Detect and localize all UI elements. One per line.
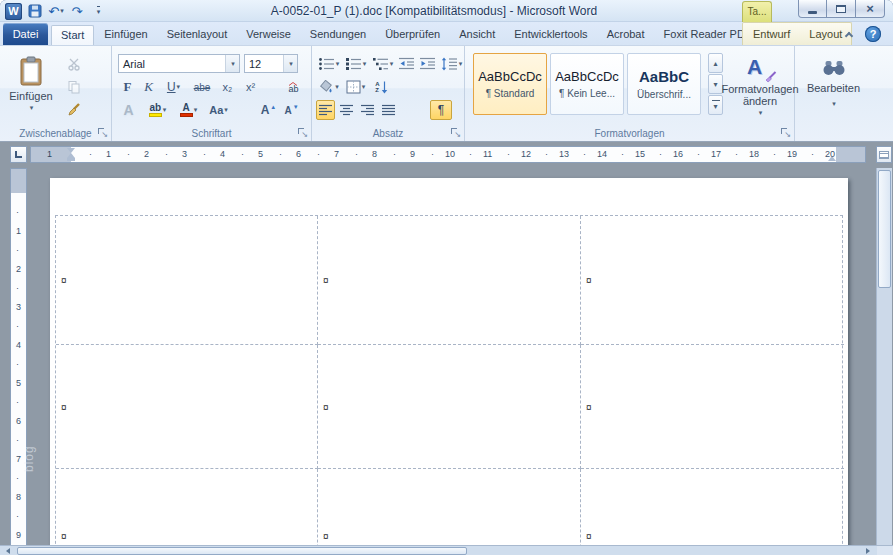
contextual-tools-chip[interactable]: Ta... bbox=[742, 1, 772, 22]
highlight-color-button[interactable]: ab ▾ bbox=[143, 100, 172, 120]
decrease-indent-button[interactable] bbox=[397, 54, 416, 74]
ruler-toggle-button[interactable] bbox=[876, 146, 892, 163]
ribbon-collapse-button[interactable] bbox=[841, 27, 857, 41]
close-button[interactable]: × bbox=[856, 0, 885, 18]
chevron-down-icon[interactable]: ▾ bbox=[283, 55, 297, 72]
change-styles-button[interactable]: A Formatvorlagen ändern ▾ bbox=[729, 51, 791, 135]
table-cell[interactable]: ¤ bbox=[581, 345, 844, 469]
change-case-button[interactable]: Aa▾ bbox=[205, 100, 232, 120]
tab-start[interactable]: Start bbox=[51, 25, 94, 45]
tab-acrobat[interactable]: Acrobat bbox=[598, 25, 654, 45]
document-page[interactable]: ¤¤¤¤¤¤¤¤¤ bbox=[50, 178, 848, 545]
undo-button[interactable]: ↶ ▾ bbox=[48, 3, 64, 20]
sort-button[interactable]: AZ bbox=[370, 77, 393, 97]
font-color-button[interactable]: A ▾ bbox=[174, 100, 203, 120]
table-cell[interactable]: ¤ bbox=[56, 469, 318, 545]
borders-button[interactable]: ▾ bbox=[343, 77, 368, 97]
style-gallery-up-button[interactable]: ▴ bbox=[708, 53, 723, 73]
ruler-tick: · bbox=[16, 321, 19, 331]
contextual-tab-entwurf[interactable]: Entwurf bbox=[744, 25, 799, 45]
copy-button[interactable] bbox=[62, 77, 86, 97]
table-cell[interactable]: ¤ bbox=[56, 216, 318, 345]
hanging-indent-marker[interactable] bbox=[67, 153, 75, 161]
chevron-down-icon: ▾ bbox=[362, 83, 366, 91]
shrink-font-button[interactable]: A▼ bbox=[281, 100, 302, 120]
help-button[interactable]: ? bbox=[865, 26, 881, 42]
increase-indent-button[interactable] bbox=[418, 54, 437, 74]
tab-seitenlayout[interactable]: Seitenlayout bbox=[158, 25, 237, 45]
v-ruler[interactable]: ·1·2·3·4·5·6·7·8·9 bbox=[10, 168, 27, 545]
bold-button[interactable]: F bbox=[118, 77, 137, 97]
paste-button[interactable]: Einfügen ▾ bbox=[6, 52, 56, 128]
tab-verweise[interactable]: Verweise bbox=[237, 25, 300, 45]
text-effects-button[interactable]: A bbox=[118, 100, 139, 120]
table-cell[interactable]: ¤ bbox=[318, 345, 581, 469]
table-cell[interactable]: ¤ bbox=[318, 469, 581, 545]
style-name: ¶ Standard bbox=[486, 88, 535, 99]
scroll-right-button[interactable] bbox=[860, 546, 876, 555]
tab-einfügen[interactable]: Einfügen bbox=[95, 25, 156, 45]
ruler-tick: · bbox=[317, 149, 320, 160]
vertical-scrollbar-thumb[interactable] bbox=[878, 170, 891, 288]
italic-button[interactable]: K bbox=[139, 77, 158, 97]
tab-ansicht[interactable]: Ansicht bbox=[450, 25, 504, 45]
underline-button[interactable]: U▾ bbox=[160, 77, 187, 97]
qat-customize-button[interactable]: ▾ bbox=[90, 3, 106, 20]
table-cell[interactable]: ¤ bbox=[318, 216, 581, 345]
vertical-scrollbar[interactable] bbox=[876, 168, 892, 545]
ruler-number: 12 bbox=[521, 149, 531, 160]
grow-font-button[interactable]: A▲ bbox=[258, 100, 279, 120]
tab-überprüfen[interactable]: Überprüfen bbox=[376, 25, 449, 45]
minimize-button[interactable] bbox=[798, 0, 827, 18]
numbering-button[interactable]: ▾ bbox=[343, 54, 368, 74]
show-formatting-marks-button[interactable]: ¶ bbox=[430, 100, 452, 120]
horizontal-scrollbar[interactable] bbox=[0, 545, 893, 555]
clipboard-dialog-launcher[interactable] bbox=[97, 127, 108, 138]
align-center-button[interactable] bbox=[337, 100, 356, 120]
chevron-down-icon[interactable]: ▾ bbox=[225, 55, 239, 72]
tab-sendungen[interactable]: Sendungen bbox=[301, 25, 375, 45]
scroll-left-button[interactable] bbox=[0, 546, 16, 555]
justify-button[interactable] bbox=[379, 100, 398, 120]
superscript-button[interactable]: x² bbox=[240, 77, 261, 97]
multilevel-list-button[interactable]: ▾ bbox=[370, 54, 395, 74]
redo-button[interactable]: ↷ bbox=[69, 3, 85, 20]
h-ruler[interactable]: 1·1·2·3·4·5·6·7·8·9·10·11·12·13·14·15·16… bbox=[30, 146, 866, 163]
format-painter-button[interactable] bbox=[62, 100, 86, 120]
line-spacing-button[interactable]: ▾ bbox=[439, 54, 464, 74]
horizontal-scrollbar-thumb[interactable] bbox=[17, 547, 467, 555]
font-dialog-launcher[interactable] bbox=[297, 127, 308, 138]
table-cell[interactable]: ¤ bbox=[56, 345, 318, 469]
strikethrough-button[interactable]: abe bbox=[189, 77, 215, 97]
tab-stop-selector[interactable] bbox=[10, 146, 27, 163]
style-item--kein-lee-[interactable]: AaBbCcDc¶ Kein Lee... bbox=[550, 53, 624, 115]
editing-button[interactable]: Bearbeiten ▾ bbox=[799, 54, 868, 132]
styles-dialog-launcher[interactable] bbox=[780, 127, 791, 138]
phonetic-guide-button[interactable]: ab bbox=[282, 77, 305, 97]
cell-end-marker: ¤ bbox=[61, 275, 67, 286]
phonetic-guide-icon: ab bbox=[288, 82, 298, 93]
table-cell[interactable]: ¤ bbox=[581, 469, 844, 545]
tab-entwicklertools[interactable]: Entwicklertools bbox=[505, 25, 596, 45]
subscript-button[interactable]: x₂ bbox=[217, 77, 238, 97]
bullets-button[interactable]: ▾ bbox=[316, 54, 341, 74]
chevron-down-icon: ▾ bbox=[163, 106, 167, 114]
font-size-select[interactable]: 12 ▾ bbox=[244, 54, 298, 73]
align-left-button[interactable] bbox=[316, 100, 335, 120]
maximize-button[interactable] bbox=[827, 0, 856, 18]
save-button[interactable] bbox=[27, 3, 43, 20]
shading-button[interactable]: ▾ bbox=[316, 77, 341, 97]
table-cell[interactable]: ¤ bbox=[581, 216, 844, 345]
file-tab[interactable]: Datei bbox=[3, 23, 48, 45]
ruler-tick: · bbox=[393, 149, 396, 160]
word-app-icon[interactable]: W bbox=[5, 3, 22, 20]
style-preview: AaBbC bbox=[639, 68, 689, 85]
style-item--standard[interactable]: AaBbCcDc¶ Standard bbox=[473, 53, 547, 115]
font-name-select[interactable]: Arial ▾ bbox=[118, 54, 240, 73]
style-item-überschrif-[interactable]: AaBbCÜberschrif... bbox=[627, 53, 701, 115]
cut-button[interactable] bbox=[62, 54, 86, 74]
paragraph-dialog-launcher[interactable] bbox=[450, 127, 461, 138]
titlebar: W ↶ ▾ ↷ ▾ A-0052-01_P (1).doc [Kompatibi… bbox=[0, 0, 893, 22]
minimize-icon bbox=[808, 11, 817, 14]
align-right-button[interactable] bbox=[358, 100, 377, 120]
